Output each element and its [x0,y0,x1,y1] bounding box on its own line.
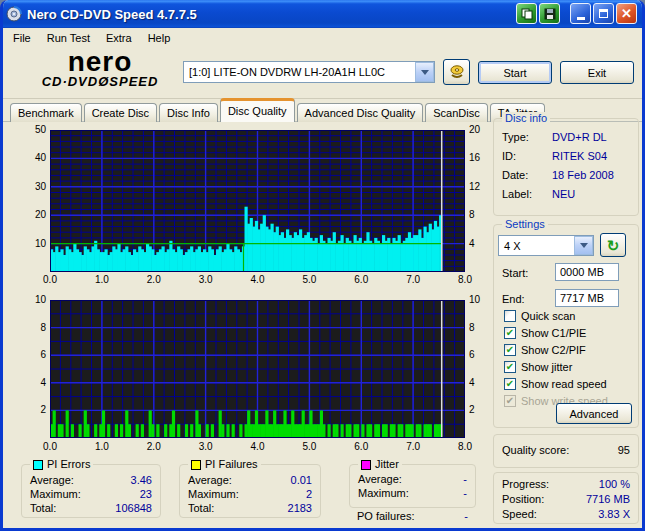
disc-date-label: Date: [502,169,528,181]
show-jitter-checkbox[interactable] [504,361,516,373]
minimize-icon [577,17,585,20]
quality-score-value: 95 [618,444,630,456]
close-button[interactable]: ✕ [616,3,637,24]
tab-disc-info[interactable]: Disc Info [159,103,218,122]
x-axis-tick: 0.0 [39,441,61,453]
show-c2-pif-checkbox[interactable] [504,344,516,356]
x-axis-tick: 5.0 [298,274,320,286]
y-axis-right-tick: 12 [469,181,491,193]
refresh-disc-button[interactable]: ↻ [600,233,626,257]
x-axis-tick: 3.0 [195,441,217,453]
start-position-label: Start: [502,267,528,279]
pif-maximum-label: Maximum: [188,488,239,500]
app-disc-icon [6,6,22,22]
copy-button[interactable] [516,3,537,24]
speed-select-arrow-button[interactable] [574,236,593,255]
minimize-button[interactable] [570,3,591,24]
settings-title: Settings [502,218,548,231]
checkbox-row-show-read-speed[interactable]: Show read speed [504,377,607,391]
po-failures-row: PO failures: - [357,510,468,522]
show-c1-pie-label: Show C1/PIE [521,327,586,339]
checkbox-row-show-jitter[interactable]: Show jitter [504,360,572,374]
speed-select-value: 4 X [499,240,521,252]
disc-id-value: RITEK S04 [552,150,607,162]
y-axis-right-tick: 20 [469,124,491,136]
show-c2-pif-label: Show C2/PIF [521,344,586,356]
window-title: Nero CD-DVD Speed 4.7.7.5 [27,7,197,22]
menu-help[interactable]: Help [140,30,179,46]
progress-value: 100 % [599,478,630,490]
show-read-speed-checkbox[interactable] [504,378,516,390]
pif-average-label: Average: [188,474,232,486]
advanced-button[interactable]: Advanced [556,403,632,424]
start-position-input[interactable]: 0000 MB [555,263,619,281]
quick-scan-checkbox[interactable] [504,310,516,322]
quality-score-label: Quality score: [502,444,569,456]
y-axis-left-tick: 4 [24,377,46,389]
show-read-speed-label: Show read speed [521,378,607,390]
pie-total-value: 106848 [115,502,152,514]
x-axis-tick: 5.0 [298,441,320,453]
speed-select[interactable]: 4 X [498,235,594,256]
y-axis-right-tick: 10 [469,294,491,306]
menu-run-test[interactable]: Run Test [39,30,98,46]
show-c1-pie-checkbox[interactable] [504,327,516,339]
position-label: Position: [502,493,544,505]
floppy-save-icon [544,8,556,20]
menu-bar: File Run Test Extra Help [3,28,644,47]
show-write-speed-checkbox [504,395,516,407]
copy-icon [521,8,533,20]
pi-failures-panel: PI Failures Average: 0.01 Maximum: 2 Tot… [179,464,321,518]
close-icon: ✕ [621,7,632,20]
po-failures-label: PO failures: [357,510,414,522]
x-axis-tick: 4.0 [247,274,269,286]
exit-button[interactable]: Exit [560,61,634,84]
y-axis-left-tick: 50 [24,124,46,136]
maximize-button[interactable] [593,3,614,24]
x-axis-tick: 4.0 [247,441,269,453]
nero-logo-text: nero [21,49,179,75]
drive-select[interactable]: [1:0] LITE-ON DVDRW LH-20A1H LL0C [183,61,435,83]
quality-score-panel: Quality score: 95 [493,434,639,468]
tab-advanced-disc-quality[interactable]: Advanced Disc Quality [297,103,424,122]
pi-failures-chart [50,300,465,438]
position-value: 7716 MB [586,493,630,505]
tab-strip: Benchmark Create Disc Disc Info Disc Qua… [10,101,547,122]
disc-hand-icon [449,64,465,80]
x-axis-tick: 7.0 [402,274,424,286]
y-axis-right-tick: 2 [469,404,491,416]
speed-label: Speed: [502,508,537,520]
tab-scandisc[interactable]: ScanDisc [425,103,487,122]
menu-extra[interactable]: Extra [98,30,140,46]
speed-value: 3.83 X [598,508,630,520]
pif-maximum-value: 2 [306,488,312,500]
menu-file[interactable]: File [5,30,39,46]
settings-panel: Settings 4 X ↻ Start: 0000 MB End: 7717 … [493,224,639,428]
drive-select-arrow-button[interactable] [415,62,434,82]
jitter-average-label: Average: [358,473,402,485]
progress-label: Progress: [502,478,549,490]
chevron-down-icon [421,70,429,75]
app-window: Nero CD-DVD Speed 4.7.7.5 ✕ Fi [0,0,645,531]
checkbox-row-quick-scan[interactable]: Quick scan [504,309,575,323]
quick-scan-label: Quick scan [521,310,575,322]
checkbox-row-show-c1-pie[interactable]: Show C1/PIE [504,326,586,340]
tab-disc-quality[interactable]: Disc Quality [220,98,295,122]
checkbox-row-show-c2-pif[interactable]: Show C2/PIF [504,343,586,357]
tab-benchmark[interactable]: Benchmark [10,103,82,122]
x-axis-tick: 8.0 [454,441,476,453]
jitter-title: Jitter [375,458,399,471]
pi-failures-title: PI Failures [205,458,258,471]
x-axis-tick: 6.0 [350,274,372,286]
title-bar[interactable]: Nero CD-DVD Speed 4.7.7.5 ✕ [0,0,645,28]
change-disc-button[interactable] [443,59,470,85]
x-axis-tick: 2.0 [143,274,165,286]
end-position-input[interactable]: 7717 MB [555,289,619,307]
y-axis-left-tick: 20 [24,209,46,221]
tab-create-disc[interactable]: Create Disc [84,103,157,122]
x-axis-tick: 2.0 [143,441,165,453]
start-button[interactable]: Start [478,61,552,84]
save-button[interactable] [539,3,560,24]
jitter-maximum-label: Maximum: [358,487,409,499]
jitter-legend-swatch [361,460,371,470]
